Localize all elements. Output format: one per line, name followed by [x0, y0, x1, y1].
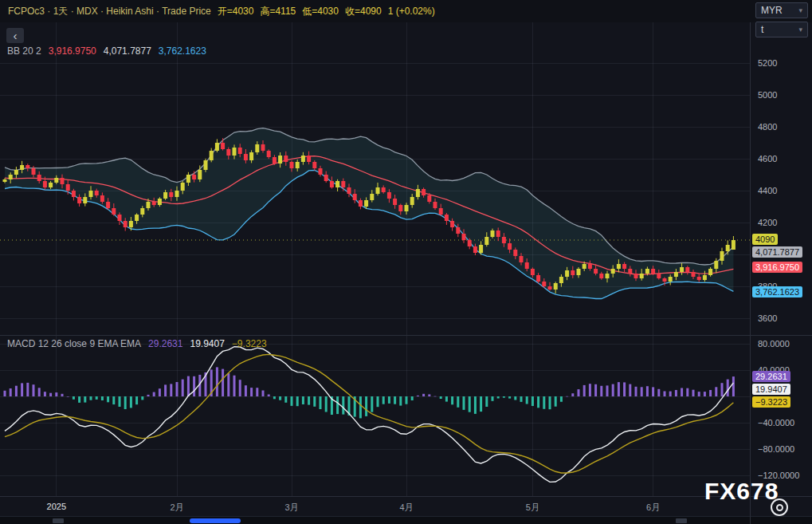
bb-upper-label: 4,071.7877: [752, 246, 802, 258]
bb-upper-value: 4,071.7877: [104, 45, 151, 57]
horizontal-scrollbar[interactable]: [0, 516, 812, 524]
macd-hist-label: 29.2631: [752, 371, 790, 382]
watermark-text: FX678: [704, 478, 779, 505]
bb-legend-title[interactable]: BB 20 2: [7, 45, 41, 57]
ohlc-high: 高=4115: [260, 5, 296, 18]
price-tick-3600: 3600: [758, 313, 777, 323]
price-scale-axis[interactable]: 5200500048004600440042003800360080.00004…: [750, 0, 812, 524]
fx678-logo-icon: [771, 498, 788, 516]
macd-pane[interactable]: [0, 336, 750, 496]
macd-legend: MACD 12 26 close 9 EMA EMA 29.2631 19.94…: [7, 338, 267, 349]
macd-tick: −40.0000: [758, 418, 794, 427]
chart-toolbar: FCPOc3 · 1天 · MDX · Heikin Ashi · Trade …: [0, 0, 812, 22]
price-tick-4400: 4400: [758, 186, 777, 195]
time-label-6月: 6月: [646, 502, 660, 514]
macd-line-value: 19.9407: [190, 338, 224, 349]
macd-signal-value: −9.3223: [232, 338, 267, 349]
unit-dropdown[interactable]: t ▾: [755, 22, 808, 37]
macd-line-label: 19.9407: [752, 384, 790, 395]
time-label-2025: 2025: [47, 502, 66, 511]
ohlc-open: 开=4030: [218, 5, 254, 18]
bb-lower-value: 3,762.1623: [159, 45, 206, 57]
time-label-3月: 3月: [284, 502, 298, 514]
macd-signal-label: −9.3223: [752, 396, 790, 408]
ohlc-close: 收=4090: [345, 5, 382, 18]
scrollbar-thumb[interactable]: [190, 518, 241, 523]
chevron-down-icon: ▾: [798, 26, 802, 33]
price-tick-4600: 4600: [758, 154, 777, 164]
last-price-label: 4090: [752, 234, 778, 245]
bb-basis-label: 3,916.9750: [752, 262, 802, 273]
price-tick-5200: 5200: [758, 58, 777, 68]
bb-basis-value: 3,916.9750: [49, 45, 96, 57]
bb-lower-label: 3,762.1623: [752, 286, 802, 297]
macd-chart-svg[interactable]: [0, 336, 750, 496]
symbol-title[interactable]: FCPOc3 · 1天 · MDX · Heikin Ashi · Trade …: [8, 5, 211, 18]
macd-tick: −80.0000: [758, 444, 794, 454]
macd-tick: 80.0000: [758, 339, 790, 349]
ohlc-low: 低=4030: [302, 5, 339, 18]
price-tick-5000: 5000: [758, 90, 777, 100]
unit-value: t: [761, 24, 763, 35]
time-axis[interactable]: 20252月3月4月5月6月: [0, 496, 812, 516]
trading-chart-app: FCPOc3 · 1天 · MDX · Heikin Ashi · Trade …: [0, 0, 812, 524]
time-label-5月: 5月: [526, 502, 539, 514]
back-button[interactable]: ‹: [6, 28, 24, 43]
chevron-down-icon: ▾: [798, 6, 802, 14]
price-change: 1 (+0.02%): [388, 6, 435, 17]
pane-separator[interactable]: [0, 335, 812, 336]
currency-value: MYR: [761, 5, 783, 16]
currency-dropdown[interactable]: MYR ▾: [755, 2, 808, 18]
price-chart-svg[interactable]: [0, 22, 750, 335]
price-tick-4200: 4200: [758, 218, 777, 227]
bb-legend: BB 20 2 3,916.9750 4,071.7877 3,762.1623: [7, 45, 206, 57]
time-label-2月: 2月: [170, 502, 183, 514]
price-tick-4800: 4800: [758, 122, 777, 132]
price-pane[interactable]: [0, 22, 750, 335]
fx678-logo-inner-ring: [776, 504, 783, 511]
back-icon: ‹: [14, 30, 18, 41]
time-label-4月: 4月: [399, 502, 413, 514]
macd-hist-value: 29.2631: [148, 338, 182, 349]
scroll-mark-right: [676, 518, 687, 523]
macd-legend-title[interactable]: MACD 12 26 close 9 EMA EMA: [7, 338, 141, 349]
scroll-mark-left: [53, 518, 64, 523]
